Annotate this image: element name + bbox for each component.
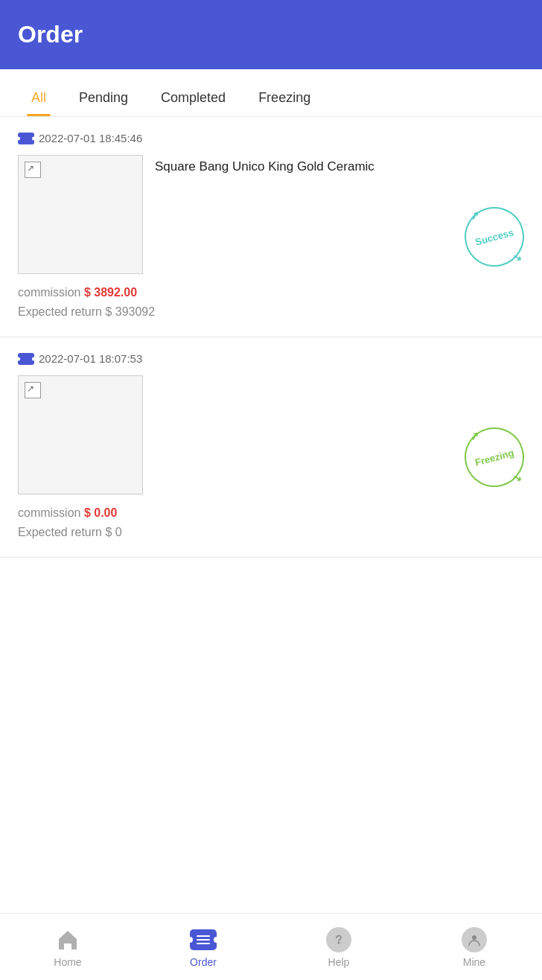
order-content-1: Square Bang Unico King Gold Ceramic ↗ Su… bbox=[18, 155, 524, 274]
nav-order[interactable]: Order bbox=[173, 926, 233, 968]
status-stamp-success: ↗ Success ↘ bbox=[465, 207, 524, 267]
bottom-nav: Home Order Help bbox=[0, 913, 542, 980]
stamp-arrow-top: ↗ bbox=[469, 430, 481, 444]
stamp-arrow: ↗ bbox=[469, 209, 481, 223]
product-name-1: Square Bang Unico King Gold Ceramic bbox=[155, 159, 374, 174]
tab-all[interactable]: All bbox=[15, 77, 63, 116]
stamp-arrow-right: ↘ bbox=[511, 250, 523, 264]
ticket-icon bbox=[18, 133, 34, 144]
tab-freezing[interactable]: Freezing bbox=[242, 77, 327, 116]
order-datetime-2: 2022-07-01 18:07:53 bbox=[18, 352, 524, 365]
tab-bar: All Pending Completed Freezing bbox=[0, 77, 542, 117]
commission-row-2: commission $ 0.00 bbox=[18, 506, 524, 520]
svg-point-1 bbox=[338, 941, 340, 944]
expected-row-2: Expected return $ 0 bbox=[18, 526, 524, 539]
mine-icon bbox=[461, 926, 488, 953]
nav-order-label: Order bbox=[190, 956, 217, 968]
commission-value-1: $ 3892.00 bbox=[84, 286, 137, 299]
order-item-2: 2022-07-01 18:07:53 ↗ Freezing ↘ commiss… bbox=[0, 337, 542, 558]
help-icon bbox=[325, 926, 352, 953]
expected-row-1: Expected return $ 393092 bbox=[18, 305, 524, 319]
svg-point-3 bbox=[472, 935, 476, 940]
ticket-icon-2 bbox=[18, 353, 34, 365]
nav-help[interactable]: Help bbox=[309, 926, 369, 968]
nav-home[interactable]: Home bbox=[38, 926, 98, 968]
nav-help-label: Help bbox=[328, 956, 350, 968]
product-info-2 bbox=[155, 375, 524, 378]
status-stamp-freezing: ↗ Freezing ↘ bbox=[465, 427, 524, 487]
tab-completed[interactable]: Completed bbox=[144, 77, 242, 116]
commission-value-2: $ 0.00 bbox=[84, 506, 117, 519]
order-item: 2022-07-01 18:45:46 Square Bang Unico Ki… bbox=[0, 117, 542, 337]
header: Order bbox=[0, 0, 542, 69]
order-content-2: ↗ Freezing ↘ bbox=[18, 375, 524, 494]
order-datetime-1: 2022-07-01 18:45:46 bbox=[18, 132, 524, 144]
product-info-1: Square Bang Unico King Gold Ceramic bbox=[155, 155, 524, 176]
nav-home-label: Home bbox=[54, 956, 81, 968]
order-nav-icon bbox=[190, 926, 217, 953]
tab-pending[interactable]: Pending bbox=[63, 77, 144, 116]
commission-row-1: commission $ 3892.00 bbox=[18, 286, 524, 299]
product-image-2 bbox=[18, 375, 143, 494]
nav-mine-label: Mine bbox=[463, 956, 485, 968]
home-icon bbox=[54, 926, 81, 953]
broken-image-icon bbox=[25, 162, 41, 178]
nav-mine[interactable]: Mine bbox=[444, 926, 504, 968]
stamp-arrow-bottom: ↘ bbox=[511, 471, 523, 485]
order-list: 2022-07-01 18:45:46 Square Bang Unico Ki… bbox=[0, 117, 542, 632]
page-title: Order bbox=[18, 21, 83, 48]
product-image-1 bbox=[18, 155, 143, 274]
broken-image-icon-2 bbox=[25, 382, 41, 398]
